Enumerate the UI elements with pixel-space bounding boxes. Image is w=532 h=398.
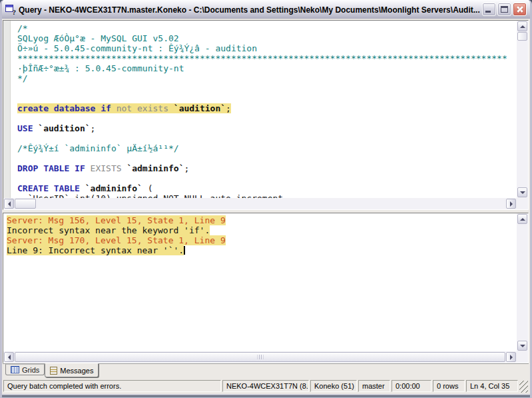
sql-editor-pane: /*SQLyog ÆóÒµ°æ - MySQL GUI v5.02Ö÷»ú - …: [3, 20, 529, 210]
editor-vertical-scrollbar[interactable]: [517, 21, 528, 198]
close-button[interactable]: [513, 3, 527, 16]
tab-grids[interactable]: Grids: [5, 364, 45, 375]
message-line: Line 9: Incorrect syntax near '`'.: [7, 245, 517, 255]
status-message: Query batch completed with errors.: [3, 380, 221, 392]
maximize-button[interactable]: [497, 3, 511, 16]
messages-pane: Server: Msg 156, Level 15, State 1, Line…: [3, 213, 529, 363]
code-line: Ö÷»ú - 5.0.45-community-nt : Êý¾Ý¿â - au…: [17, 43, 515, 53]
tab-label: Grids: [22, 366, 39, 374]
query-analyzer-window: ? Query - NEKO-4WCEX31T7N.master.Koneko …: [0, 0, 532, 398]
status-bar: Query batch completed with errors. NEKO-…: [3, 378, 529, 394]
code-line: /*Êý¾Ý±í `admininfo` µÄ±í½á¹¹*/: [17, 143, 515, 153]
editor-horizontal-scrollbar[interactable]: [3, 198, 517, 209]
grids-icon: [11, 366, 19, 373]
status-cursor-position: Ln 4, Col 35: [466, 380, 518, 392]
scroll-up-button[interactable]: [517, 214, 527, 224]
messages-content[interactable]: Server: Msg 156, Level 15, State 1, Line…: [3, 213, 517, 351]
window-title: Query - NEKO-4WCEX31T7N.master.Koneko - …: [19, 5, 482, 15]
status-row-count: 0 rows: [433, 380, 465, 392]
code-line: [17, 153, 515, 163]
code-line: CREATE TABLE `admininfo` (: [17, 183, 515, 193]
tab-label: Messages: [60, 367, 93, 375]
close-icon: [515, 5, 524, 14]
messages-icon: [50, 367, 57, 375]
code-line: [17, 173, 515, 183]
window-bottom-border: [0, 394, 532, 398]
maximize-icon: [501, 6, 508, 13]
code-line: ****************************************…: [17, 53, 515, 63]
scroll-down-button[interactable]: [517, 187, 527, 197]
client-area: /*SQLyog ÆóÒµ°æ - MySQL GUI v5.02Ö÷»ú - …: [2, 19, 530, 394]
message-line: Incorrect syntax near the keyword 'if'.: [7, 225, 517, 235]
scrollbar-corner: [517, 198, 528, 209]
scroll-left-button[interactable]: [4, 199, 14, 209]
code-line: `UserID` int(10) unsigned NOT NULL auto_…: [17, 193, 515, 198]
code-line: /*: [17, 23, 515, 33]
code-line: DROP TABLE IF EXISTS `admininfo`;: [17, 163, 515, 173]
code-line: create database if not exists `audition`…: [17, 103, 515, 113]
text-cursor: [184, 246, 185, 255]
code-line: [17, 133, 515, 143]
code-line: SQLyog ÆóÒµ°æ - MySQL GUI v5.02: [17, 33, 515, 43]
scrollbar-corner: [517, 351, 528, 363]
code-line: ·þÎñÆ÷°æ±¾ : 5.0.45-community-nt: [17, 63, 515, 73]
code-line: */: [17, 73, 515, 83]
message-line: Server: Msg 156, Level 15, State 1, Line…: [7, 215, 517, 225]
code-line: [17, 93, 515, 103]
scrollbar-thumb[interactable]: [15, 199, 36, 209]
minimize-icon: [485, 11, 491, 13]
messages-horizontal-scrollbar[interactable]: [3, 351, 517, 363]
title-bar[interactable]: ? Query - NEKO-4WCEX31T7N.master.Koneko …: [0, 0, 532, 19]
scrollbar-thumb[interactable]: [517, 32, 527, 41]
minimize-button[interactable]: [482, 3, 496, 16]
messages-vertical-scrollbar[interactable]: [517, 213, 528, 351]
tab-bar: GridsMessages: [3, 363, 529, 378]
code-line: [17, 83, 515, 93]
resize-grip[interactable]: [519, 381, 528, 393]
scroll-up-button[interactable]: [517, 21, 527, 31]
code-line: [17, 113, 515, 123]
status-database: master: [358, 380, 390, 392]
scroll-left-button[interactable]: [4, 352, 14, 362]
message-line: Server: Msg 170, Level 15, State 1, Line…: [7, 235, 517, 245]
tab-messages[interactable]: Messages: [45, 363, 99, 377]
editor-selection-margin[interactable]: [3, 21, 11, 198]
scrollbar-thumb[interactable]: [15, 352, 505, 362]
scroll-right-button[interactable]: [506, 199, 516, 209]
code-line: USE `audition`;: [17, 123, 515, 133]
status-server: NEKO-4WCEX31T7N (8.0): [222, 380, 309, 392]
scroll-right-button[interactable]: [506, 352, 516, 362]
status-user: Koneko (51): [310, 380, 357, 392]
query-window-icon: ?: [5, 5, 15, 14]
status-exec-time: 0:00:00: [392, 380, 431, 392]
editor-content[interactable]: /*SQLyog ÆóÒµ°æ - MySQL GUI v5.02Ö÷»ú - …: [11, 21, 517, 198]
scroll-down-button[interactable]: [517, 341, 527, 351]
